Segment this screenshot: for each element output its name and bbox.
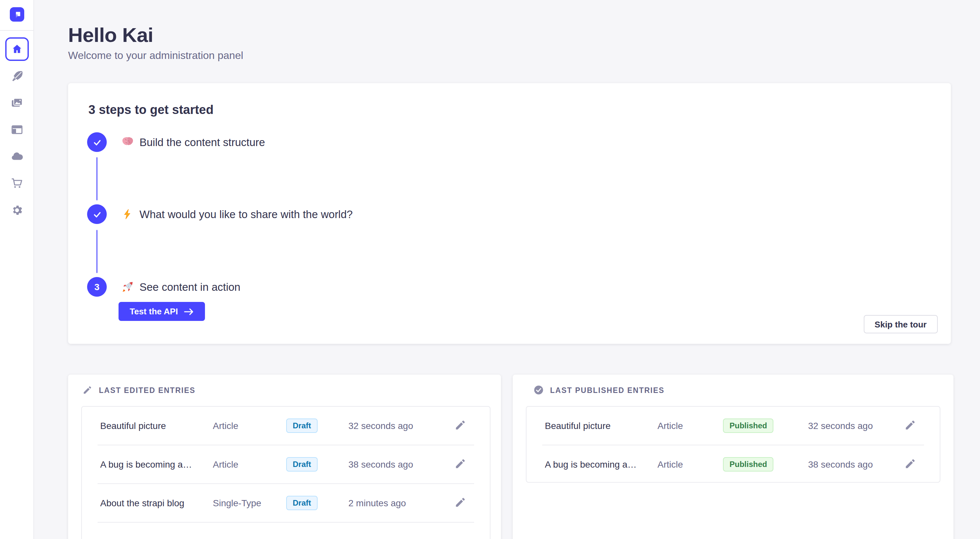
check-icon [92,137,102,147]
content-manager-feather-icon [11,70,24,83]
step-1-check-circle [87,132,107,152]
check-circle-icon [534,385,544,395]
marketplace-cart-icon [11,177,24,190]
step-2-text: What would you like to share with the wo… [140,208,353,220]
page-title: Hello Kai [68,24,153,47]
table-row[interactable]: Beautiful picture Article Draft 32 secon… [82,407,490,445]
entry-time: 38 seconds ago [808,459,904,469]
edit-pencil-icon[interactable] [455,458,468,471]
sidebar-item-media-library[interactable] [11,96,24,110]
media-library-pictures-icon [11,96,24,110]
strapi-admin-homepage: Hello Kai Welcome to your administration… [0,0,980,539]
entry-time: 32 seconds ago [348,420,455,431]
sidebar-item-settings[interactable] [11,204,24,217]
table-row[interactable]: A bug is becoming a… Article Draft 38 se… [82,445,490,483]
step-connector [96,157,97,200]
edit-pencil-icon[interactable] [455,496,468,510]
row-divider [97,522,474,523]
step-1-label: Build the content structure [121,132,265,152]
table-row[interactable]: A bug is becoming a… Article Published 3… [527,445,940,483]
sidebar-item-content-manager[interactable] [11,70,24,83]
status-badge: Published [723,457,774,472]
step-1-text: Build the content structure [140,136,265,148]
last-edited-table: Beautiful picture Article Draft 32 secon… [81,406,490,539]
sidebar-item-home[interactable] [5,37,29,61]
sidebar-divider [0,30,34,31]
strapi-logo-icon [13,10,21,19]
content-type-builder-layout-icon [11,123,24,136]
entry-title: A bug is becoming a… [545,459,657,469]
step-2-label: What would you like to share with the wo… [121,204,353,224]
step-connector [96,230,97,273]
status-badge: Draft [286,418,318,433]
status-badge: Draft [286,496,318,510]
table-row[interactable]: Beautiful picture Article Published 32 s… [527,407,940,445]
last-edited-header: LAST EDITED ENTRIES [83,385,196,395]
status-badge: Draft [286,457,318,472]
table-row[interactable]: About the strapi blog Single-Type Draft … [82,484,490,522]
entry-type: Single-Type [213,498,286,508]
rocket-emoji [121,280,134,293]
entry-title: A bug is becoming a… [100,459,213,469]
settings-gear-icon [11,204,24,217]
arrow-right-icon [184,307,194,315]
status-badge: Published [723,418,774,433]
entry-time: 38 seconds ago [348,459,455,469]
entry-time: 32 seconds ago [808,420,904,431]
step-3-number: 3 [94,281,100,292]
test-the-api-label: Test the API [130,307,178,316]
edit-pencil-icon[interactable] [455,419,468,432]
brain-emoji [121,135,134,149]
sidebar-item-cloud[interactable] [11,150,24,163]
entry-type: Article [213,459,286,469]
last-published-header: LAST PUBLISHED ENTRIES [534,385,664,395]
last-published-title: LAST PUBLISHED ENTRIES [550,386,664,394]
skip-the-tour-button[interactable]: Skip the tour [864,315,938,333]
entry-type: Article [657,420,723,431]
lightning-emoji [121,208,134,221]
pencil-icon [83,385,92,395]
onboarding-card: 3 steps to get started Build the content… [68,83,951,344]
check-icon [92,209,102,219]
last-published-entries-card: LAST PUBLISHED ENTRIES Beautiful picture… [513,375,953,539]
step-3-text: See content in action [140,281,240,293]
step-3-label: See content in action [121,277,240,297]
last-edited-title: LAST EDITED ENTRIES [99,386,196,394]
entry-type: Article [657,459,723,469]
cloud-icon [11,150,24,163]
step-3-number-circle: 3 [87,277,107,297]
sidebar [0,0,34,539]
test-the-api-button[interactable]: Test the API [119,302,205,321]
strapi-logo[interactable] [10,7,24,22]
last-published-table: Beautiful picture Article Published 32 s… [526,406,940,483]
home-icon [11,43,23,55]
sidebar-item-marketplace[interactable] [11,177,24,190]
entry-title: About the strapi blog [100,498,213,508]
step-2-check-circle [87,204,107,224]
sidebar-item-content-type-builder[interactable] [11,123,24,136]
page-subtitle: Welcome to your administration panel [68,50,243,62]
edit-pencil-icon[interactable] [904,419,918,432]
entry-type: Article [213,420,286,431]
entry-time: 2 minutes ago [348,498,455,508]
entry-title: Beautiful picture [100,420,213,431]
onboarding-title: 3 steps to get started [88,103,213,117]
edit-pencil-icon[interactable] [904,458,918,471]
last-edited-entries-card: LAST EDITED ENTRIES Beautiful picture Ar… [68,375,501,539]
entry-title: Beautiful picture [545,420,657,431]
